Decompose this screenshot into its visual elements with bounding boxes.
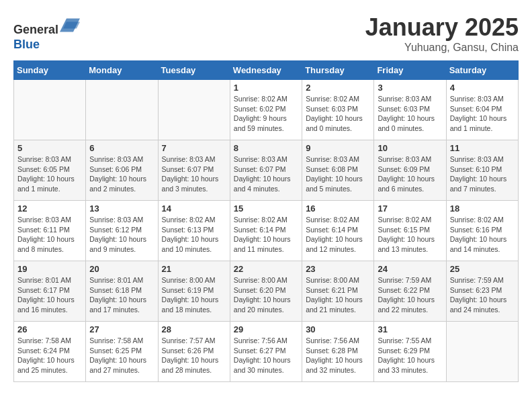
day-number: 10 (378, 143, 442, 153)
day-number: 21 (162, 264, 226, 274)
calendar-day-29: 29Sunrise: 7:56 AM Sunset: 6:27 PM Dayli… (230, 322, 302, 382)
calendar-day-20: 20Sunrise: 8:01 AM Sunset: 6:18 PM Dayli… (86, 261, 158, 322)
day-info: Sunrise: 8:00 AM Sunset: 6:20 PM Dayligh… (234, 275, 298, 315)
day-number: 8 (234, 143, 298, 153)
calendar-day-4: 4Sunrise: 8:03 AM Sunset: 6:04 PM Daylig… (446, 80, 518, 140)
day-info: Sunrise: 8:03 AM Sunset: 6:04 PM Dayligh… (450, 94, 515, 134)
calendar-day-5: 5Sunrise: 8:03 AM Sunset: 6:05 PM Daylig… (14, 140, 86, 201)
day-info: Sunrise: 8:02 AM Sunset: 6:14 PM Dayligh… (306, 215, 370, 255)
day-info: Sunrise: 8:02 AM Sunset: 6:14 PM Dayligh… (234, 215, 298, 255)
empty-cell (86, 80, 158, 140)
day-info: Sunrise: 7:55 AM Sunset: 6:29 PM Dayligh… (378, 336, 442, 375)
day-number: 27 (89, 324, 154, 334)
calendar-day-22: 22Sunrise: 8:00 AM Sunset: 6:20 PM Dayli… (230, 261, 302, 322)
day-number: 12 (17, 203, 82, 214)
day-info: Sunrise: 8:03 AM Sunset: 6:08 PM Dayligh… (306, 154, 370, 194)
calendar-day-10: 10Sunrise: 8:03 AM Sunset: 6:09 PM Dayli… (374, 140, 446, 201)
calendar-day-2: 2Sunrise: 8:02 AM Sunset: 6:03 PM Daylig… (302, 80, 374, 140)
day-number: 15 (234, 203, 298, 214)
calendar-day-15: 15Sunrise: 8:02 AM Sunset: 6:14 PM Dayli… (230, 201, 302, 261)
day-info: Sunrise: 8:03 AM Sunset: 6:07 PM Dayligh… (162, 154, 226, 194)
calendar-day-11: 11Sunrise: 8:03 AM Sunset: 6:10 PM Dayli… (446, 140, 518, 201)
calendar-week-row: 19Sunrise: 8:01 AM Sunset: 6:17 PM Dayli… (14, 261, 519, 322)
day-number: 14 (162, 203, 226, 214)
day-number: 25 (450, 264, 515, 274)
day-info: Sunrise: 8:02 AM Sunset: 6:15 PM Dayligh… (378, 215, 442, 255)
title-block: January 2025 Yuhuang, Gansu, China (365, 13, 519, 54)
day-info: Sunrise: 7:56 AM Sunset: 6:27 PM Dayligh… (234, 336, 298, 375)
calendar-title: January 2025 (365, 13, 519, 42)
logo-general: General (13, 23, 58, 36)
day-info: Sunrise: 8:03 AM Sunset: 6:11 PM Dayligh… (17, 215, 82, 255)
day-number: 26 (17, 324, 82, 334)
day-info: Sunrise: 8:00 AM Sunset: 6:21 PM Dayligh… (306, 275, 370, 315)
day-number: 7 (162, 143, 226, 153)
column-header-saturday: Saturday (446, 61, 518, 80)
calendar-subtitle: Yuhuang, Gansu, China (365, 42, 519, 54)
calendar-header-row: SundayMondayTuesdayWednesdayThursdayFrid… (14, 61, 519, 80)
column-header-wednesday: Wednesday (230, 61, 302, 80)
day-number: 2 (306, 83, 370, 93)
day-number: 20 (89, 264, 154, 274)
logo-icon (60, 13, 80, 34)
page-header: General Blue January 2025 Yuhuang, Gansu… (13, 13, 519, 54)
day-number: 1 (234, 83, 298, 93)
day-number: 31 (378, 324, 442, 334)
day-info: Sunrise: 7:57 AM Sunset: 6:26 PM Dayligh… (162, 336, 226, 375)
calendar-day-9: 9Sunrise: 8:03 AM Sunset: 6:08 PM Daylig… (302, 140, 374, 201)
day-info: Sunrise: 8:03 AM Sunset: 6:06 PM Dayligh… (89, 154, 154, 194)
calendar-week-row: 26Sunrise: 7:58 AM Sunset: 6:24 PM Dayli… (14, 322, 519, 382)
day-number: 17 (378, 203, 442, 214)
day-number: 5 (17, 143, 82, 153)
day-info: Sunrise: 8:03 AM Sunset: 6:10 PM Dayligh… (450, 154, 515, 194)
day-info: Sunrise: 8:03 AM Sunset: 6:03 PM Dayligh… (378, 94, 442, 134)
column-header-thursday: Thursday (302, 61, 374, 80)
calendar-day-12: 12Sunrise: 8:03 AM Sunset: 6:11 PM Dayli… (14, 201, 86, 261)
calendar-week-row: 1Sunrise: 8:02 AM Sunset: 6:02 PM Daylig… (14, 80, 519, 140)
day-info: Sunrise: 8:03 AM Sunset: 6:09 PM Dayligh… (378, 154, 442, 194)
calendar-day-7: 7Sunrise: 8:03 AM Sunset: 6:07 PM Daylig… (158, 140, 230, 201)
day-info: Sunrise: 7:56 AM Sunset: 6:28 PM Dayligh… (306, 336, 370, 375)
calendar-day-24: 24Sunrise: 7:59 AM Sunset: 6:22 PM Dayli… (374, 261, 446, 322)
calendar-table: SundayMondayTuesdayWednesdayThursdayFrid… (13, 60, 519, 382)
day-info: Sunrise: 8:00 AM Sunset: 6:19 PM Dayligh… (162, 275, 226, 315)
column-header-friday: Friday (374, 61, 446, 80)
calendar-day-19: 19Sunrise: 8:01 AM Sunset: 6:17 PM Dayli… (14, 261, 86, 322)
day-number: 6 (89, 143, 154, 153)
day-number: 13 (89, 203, 154, 214)
day-number: 23 (306, 264, 370, 274)
day-number: 30 (306, 324, 370, 334)
day-info: Sunrise: 8:01 AM Sunset: 6:17 PM Dayligh… (17, 275, 82, 315)
calendar-day-31: 31Sunrise: 7:55 AM Sunset: 6:29 PM Dayli… (374, 322, 446, 382)
day-number: 19 (17, 264, 82, 274)
calendar-day-27: 27Sunrise: 7:58 AM Sunset: 6:25 PM Dayli… (86, 322, 158, 382)
calendar-day-28: 28Sunrise: 7:57 AM Sunset: 6:26 PM Dayli… (158, 322, 230, 382)
calendar-day-21: 21Sunrise: 8:00 AM Sunset: 6:19 PM Dayli… (158, 261, 230, 322)
calendar-day-6: 6Sunrise: 8:03 AM Sunset: 6:06 PM Daylig… (86, 140, 158, 201)
calendar-day-3: 3Sunrise: 8:03 AM Sunset: 6:03 PM Daylig… (374, 80, 446, 140)
calendar-day-16: 16Sunrise: 8:02 AM Sunset: 6:14 PM Dayli… (302, 201, 374, 261)
day-number: 4 (450, 83, 515, 93)
column-header-sunday: Sunday (14, 61, 86, 80)
logo: General Blue (13, 13, 80, 52)
calendar-day-25: 25Sunrise: 7:59 AM Sunset: 6:23 PM Dayli… (446, 261, 518, 322)
logo-blue: Blue (13, 38, 40, 51)
empty-cell (158, 80, 230, 140)
day-info: Sunrise: 8:01 AM Sunset: 6:18 PM Dayligh… (89, 275, 154, 315)
calendar-day-26: 26Sunrise: 7:58 AM Sunset: 6:24 PM Dayli… (14, 322, 86, 382)
day-info: Sunrise: 7:58 AM Sunset: 6:25 PM Dayligh… (89, 336, 154, 375)
column-header-tuesday: Tuesday (158, 61, 230, 80)
day-number: 28 (162, 324, 226, 334)
empty-cell (14, 80, 86, 140)
day-number: 24 (378, 264, 442, 274)
column-header-monday: Monday (86, 61, 158, 80)
day-number: 22 (234, 264, 298, 274)
calendar-day-30: 30Sunrise: 7:56 AM Sunset: 6:28 PM Dayli… (302, 322, 374, 382)
day-number: 9 (306, 143, 370, 153)
day-info: Sunrise: 8:02 AM Sunset: 6:03 PM Dayligh… (306, 94, 370, 134)
calendar-day-17: 17Sunrise: 8:02 AM Sunset: 6:15 PM Dayli… (374, 201, 446, 261)
empty-cell (446, 322, 518, 382)
day-number: 29 (234, 324, 298, 334)
day-info: Sunrise: 8:02 AM Sunset: 6:13 PM Dayligh… (162, 215, 226, 255)
day-info: Sunrise: 7:59 AM Sunset: 6:22 PM Dayligh… (378, 275, 442, 315)
